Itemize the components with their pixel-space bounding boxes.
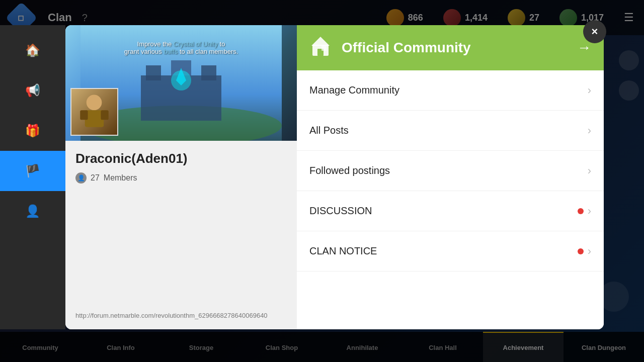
menu-item-clan-notice-label: CLAN NOTICE: [309, 245, 578, 257]
gift-icon: 🎁: [25, 124, 40, 138]
community-title-label: Official Community: [342, 40, 567, 56]
members-row: 👤 27 Members: [75, 172, 287, 184]
clan-notice-notification-dot: [578, 248, 584, 254]
community-arrow-icon: →: [577, 40, 591, 56]
clan-url[interactable]: http://forum.netmarble.com/revolutionthm…: [65, 302, 297, 329]
home-icon: 🏠: [25, 43, 40, 57]
clan-name-label: Draconic(Aden01): [75, 151, 287, 166]
members-label: Members: [104, 173, 137, 183]
sidebar-item-gift[interactable]: 🎁: [0, 111, 65, 151]
svg-rect-11: [80, 110, 88, 120]
menu-item-manage-community-label: Manage Community: [309, 84, 588, 96]
svg-rect-4: [201, 65, 216, 80]
clan-banner: Improve the Crystal of Unity to grant va…: [65, 25, 297, 141]
sidebar-item-announce[interactable]: 📢: [0, 70, 65, 111]
manage-community-arrow-icon: ›: [588, 84, 591, 97]
clan-icon: 🏴: [25, 164, 40, 178]
menu-item-followed-postings-label: Followed postings: [309, 165, 588, 176]
menu-item-followed-postings[interactable]: Followed postings ›: [297, 151, 604, 191]
members-icon: 👤: [75, 172, 87, 184]
profile-icon: 👤: [25, 204, 40, 218]
clan-avatar: [70, 88, 118, 136]
banner-highlight-1: Crystal of Unity: [174, 40, 218, 48]
svg-rect-12: [101, 110, 108, 120]
svg-rect-3: [146, 65, 161, 80]
clan-banner-image: Improve the Crystal of Unity to grant va…: [65, 25, 297, 141]
community-house-icon: [309, 35, 332, 61]
sidebar: 🏠 📢 🎁 🏴 👤: [0, 25, 65, 329]
svg-rect-16: [321, 46, 327, 51]
modal-left-panel: Improve the Crystal of Unity to grant va…: [65, 25, 297, 329]
svg-marker-14: [311, 37, 330, 46]
menu-item-discussion[interactable]: DISCUSSION ›: [297, 191, 604, 231]
community-header[interactable]: Official Community →: [297, 25, 604, 70]
avatar-image: [71, 89, 117, 135]
sidebar-item-home[interactable]: 🏠: [0, 30, 65, 70]
all-posts-arrow-icon: ›: [588, 124, 591, 137]
menu-list: Manage Community › All Posts › Followed …: [297, 70, 604, 329]
menu-item-all-posts-label: All Posts: [309, 125, 588, 136]
clan-notice-arrow-icon: ›: [588, 245, 591, 258]
svg-point-9: [87, 95, 102, 110]
discussion-notification-dot: [578, 208, 584, 214]
menu-item-manage-community[interactable]: Manage Community ›: [297, 70, 604, 111]
followed-postings-arrow-icon: ›: [588, 164, 591, 177]
announce-icon: 📢: [25, 83, 40, 98]
menu-item-all-posts[interactable]: All Posts ›: [297, 111, 604, 151]
menu-item-clan-notice[interactable]: CLAN NOTICE ›: [297, 231, 604, 272]
banner-highlight-2: buffs: [164, 48, 178, 55]
modal-right-panel: Official Community → Manage Community › …: [297, 25, 604, 329]
members-count: 27: [91, 173, 100, 183]
community-modal: Improve the Crystal of Unity to grant va…: [65, 25, 604, 329]
menu-item-discussion-label: DISCUSSION: [309, 205, 578, 217]
sidebar-item-profile[interactable]: 👤: [0, 191, 65, 231]
sidebar-item-clan[interactable]: 🏴: [0, 151, 65, 191]
discussion-arrow-icon: ›: [588, 205, 591, 218]
clan-info-section: Draconic(Aden01) 👤 27 Members: [65, 141, 297, 189]
banner-text: Improve the Crystal of Unity to grant va…: [124, 40, 238, 55]
close-button[interactable]: ×: [583, 20, 606, 43]
